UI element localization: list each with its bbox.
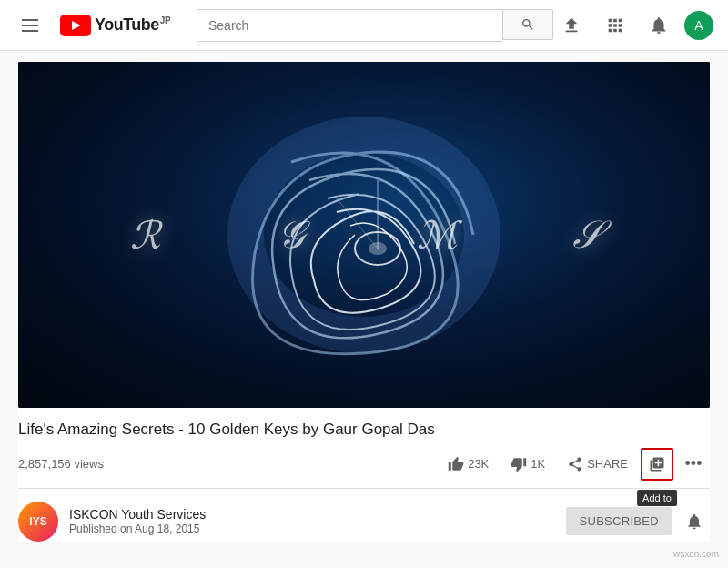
dislike-button[interactable]: 1K bbox=[501, 451, 554, 478]
add-to-icon bbox=[649, 456, 665, 472]
dislike-icon bbox=[511, 456, 527, 472]
logo-text: YouTubeJP bbox=[95, 15, 170, 35]
upload-button[interactable] bbox=[553, 7, 590, 44]
notifications-button[interactable] bbox=[641, 7, 677, 44]
channel-left: IYS ISKCON Youth Services Published on A… bbox=[18, 502, 206, 542]
search-input-wrap bbox=[197, 9, 502, 42]
add-to-container: Add to bbox=[641, 448, 673, 481]
video-meta-row: 2,857,156 views 23K 1K bbox=[18, 448, 710, 489]
like-count: 23K bbox=[468, 457, 489, 471]
avatar[interactable]: A bbox=[684, 11, 713, 40]
channel-name[interactable]: ISKCON Youth Services bbox=[69, 507, 206, 522]
hamburger-menu[interactable] bbox=[15, 12, 46, 39]
video-title: Life's Amazing Secrets - 10 Golden Keys … bbox=[18, 419, 710, 441]
more-button[interactable]: ••• bbox=[677, 448, 710, 481]
video-info: Life's Amazing Secrets - 10 Golden Keys … bbox=[18, 408, 710, 492]
youtube-icon bbox=[60, 15, 91, 36]
video-letter-g: 𝒢 bbox=[275, 213, 302, 257]
video-thumbnail: ℛ 𝒢 ℳ 𝒮 bbox=[18, 62, 710, 408]
channel-bell-button[interactable] bbox=[679, 506, 710, 537]
view-count: 2,857,156 views bbox=[18, 457, 104, 471]
main-content: ℛ 𝒢 ℳ 𝒮 Life's Amazing Secrets - 10 Gold… bbox=[0, 51, 728, 553]
video-letter-r: ℛ bbox=[130, 213, 161, 258]
publish-date: Published on Aug 18, 2015 bbox=[69, 522, 206, 535]
youtube-logo[interactable]: YouTubeJP bbox=[60, 15, 170, 36]
upload-icon bbox=[561, 15, 581, 36]
like-icon bbox=[448, 456, 464, 472]
more-icon: ••• bbox=[685, 454, 703, 473]
video-letter-s: 𝒮 bbox=[571, 213, 598, 257]
action-buttons: 23K 1K SHARE bbox=[439, 448, 710, 481]
header-left: YouTubeJP bbox=[15, 12, 197, 39]
header: YouTubeJP A bbox=[0, 0, 728, 51]
add-to-tooltip: Add to bbox=[637, 490, 677, 506]
search-container bbox=[197, 9, 553, 42]
channel-right: SUBSCRIBED bbox=[566, 506, 710, 537]
search-icon bbox=[521, 17, 535, 32]
subscribed-button[interactable]: SUBSCRIBED bbox=[566, 507, 672, 535]
channel-avatar[interactable]: IYS bbox=[18, 502, 58, 542]
share-icon bbox=[567, 456, 583, 472]
apps-icon bbox=[605, 15, 625, 36]
search-button[interactable] bbox=[502, 9, 553, 40]
channel-row: IYS ISKCON Youth Services Published on A… bbox=[18, 492, 710, 542]
add-to-button[interactable] bbox=[641, 448, 673, 481]
share-label: SHARE bbox=[587, 457, 628, 471]
share-button[interactable]: SHARE bbox=[558, 451, 637, 478]
like-button[interactable]: 23K bbox=[439, 451, 498, 478]
video-player[interactable]: ℛ 𝒢 ℳ 𝒮 bbox=[18, 62, 710, 408]
dislike-count: 1K bbox=[531, 457, 545, 471]
bell-icon bbox=[649, 15, 669, 36]
video-letters: ℛ 𝒢 ℳ 𝒮 bbox=[18, 62, 710, 408]
apps-button[interactable] bbox=[597, 7, 633, 44]
video-letter-m: ℳ bbox=[417, 213, 458, 258]
channel-bell-icon bbox=[685, 512, 703, 531]
search-input[interactable] bbox=[197, 10, 502, 41]
header-right: A bbox=[553, 7, 713, 44]
channel-info: ISKCON Youth Services Published on Aug 1… bbox=[69, 507, 206, 535]
